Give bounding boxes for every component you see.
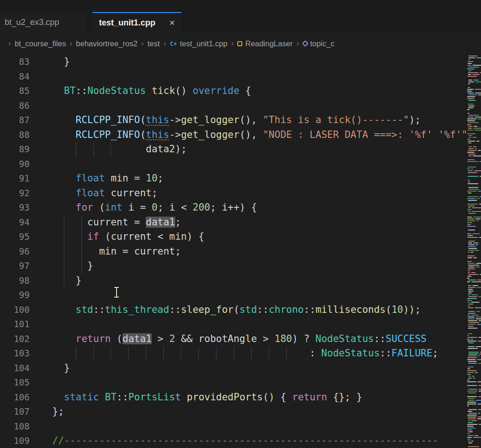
code-text: } (30, 361, 481, 376)
line-number[interactable]: 102 (0, 332, 30, 347)
token-text (52, 114, 76, 125)
line-number[interactable]: 105 (0, 375, 30, 390)
code-editor[interactable]: 83 }8485 BT::NodeStatus tick() override … (0, 55, 481, 448)
breadcrumb-label: behaviortree_ros2 (76, 39, 137, 48)
line-number[interactable]: 94 (0, 215, 30, 230)
token-text: }; (52, 406, 64, 417)
token-text: () (175, 85, 193, 96)
token-text: (current < min) { (99, 231, 204, 242)
token-type: NodeStatus (321, 348, 380, 359)
line-number[interactable]: 95 (0, 230, 30, 244)
breadcrumb: ›bt_course_files›behaviortree_ros2›test›… (0, 32, 481, 55)
line-number[interactable]: 97 (0, 259, 30, 274)
code-line[interactable]: 87 RCLCPP_INFO(this->get_logger(), "This… (0, 113, 481, 128)
line-number[interactable]: 101 (0, 317, 30, 332)
breadcrumb-item-readinglaser[interactable]: ReadingLaser (237, 39, 293, 48)
line-number[interactable]: 83 (0, 55, 30, 69)
token-text (52, 129, 76, 140)
line-number[interactable]: 98 (0, 274, 30, 288)
line-number[interactable]: 93 (0, 200, 30, 215)
code-line[interactable]: 94 current = data1; (0, 215, 481, 230)
token-text: data2); (52, 143, 187, 155)
code-text: current = data1; (30, 215, 481, 230)
code-text: RCLCPP_INFO(this->get_logger(), "NODE : … (30, 128, 481, 143)
code-line[interactable]: 88 RCLCPP_INFO(this->get_logger(), "NODE… (0, 128, 481, 143)
code-text: static BT::PortsList providedPorts() { r… (30, 390, 481, 405)
close-icon[interactable]: × (169, 18, 175, 28)
code-line[interactable]: 101 (0, 317, 481, 332)
indent-guide (128, 346, 129, 361)
code-line[interactable]: 84 (0, 69, 481, 84)
token-text (52, 173, 76, 184)
line-number[interactable]: 96 (0, 244, 30, 259)
tab-bar: bt_u2_ex3.cpp test_unit1.cpp × (0, 0, 481, 32)
breadcrumb-item-behaviortree-ros2[interactable]: behaviortree_ros2 (76, 39, 137, 48)
token-text (52, 187, 76, 199)
breadcrumb-item-test-unit1-cpp[interactable]: C+test_unit1.cpp (170, 39, 227, 48)
code-line[interactable]: 102 return (data1 > 2 && robotAngle > 18… (0, 332, 481, 347)
code-line[interactable]: 97 } (0, 259, 481, 274)
breadcrumb-item-topic-c[interactable]: topic_c (303, 39, 334, 48)
line-number[interactable]: 108 (0, 419, 30, 434)
indent-guide (216, 346, 216, 361)
class-symbol-icon (237, 41, 242, 46)
code-line[interactable]: 83 } (0, 55, 481, 69)
token-keyword: override (193, 85, 240, 96)
code-line[interactable]: 103 : NodeStatus::FAILURE; (0, 346, 481, 361)
line-number[interactable]: 85 (0, 84, 30, 99)
code-line[interactable]: 90 (0, 157, 481, 172)
code-line[interactable]: 95 if (current < min) { (0, 230, 481, 244)
code-line[interactable]: 96 min = current; (0, 244, 481, 259)
line-number[interactable]: 88 (0, 128, 30, 143)
code-line[interactable]: 105 (0, 375, 481, 390)
code-line[interactable]: 93 for (int i = 0; i < 200; i++) { (0, 200, 481, 215)
line-number[interactable]: 109 (0, 434, 30, 448)
line-number[interactable]: 107 (0, 404, 30, 419)
code-line[interactable]: 104 } (0, 361, 481, 376)
code-line[interactable]: 100 std::this_thread::sleep_for(std::chr… (0, 303, 481, 317)
indent-guide (146, 346, 146, 361)
code-line[interactable]: 91 float min = 10; (0, 171, 481, 186)
line-number[interactable]: 87 (0, 113, 30, 128)
token-text: ); (409, 114, 420, 125)
token-text (52, 304, 76, 315)
token-text: } (52, 56, 70, 67)
line-number[interactable]: 104 (0, 361, 30, 376)
code-line[interactable]: 108 (0, 419, 481, 434)
line-number[interactable]: 106 (0, 390, 30, 405)
code-line[interactable]: 109//-----------------------------------… (0, 434, 481, 448)
code-line[interactable]: 107}; (0, 404, 481, 419)
breadcrumb-item-bt-course-files[interactable]: bt_course_files (15, 39, 66, 48)
token-keyword: int (105, 202, 123, 213)
token-number: 2 (169, 333, 175, 344)
token-number: 180 (274, 333, 292, 344)
token-macro: RCLCPP_INFO (76, 114, 140, 125)
code-line[interactable]: 99 (0, 288, 481, 303)
indent-guide (81, 259, 82, 274)
line-number[interactable]: 92 (0, 186, 30, 201)
code-line[interactable]: 106 static BT::PortsList providedPorts()… (0, 390, 481, 405)
tab-test-unit1-cpp[interactable]: test_unit1.cpp × (92, 12, 181, 32)
indent-guide (81, 244, 82, 259)
line-number[interactable]: 91 (0, 171, 30, 186)
line-number[interactable]: 86 (0, 99, 30, 113)
line-number[interactable]: 99 (0, 288, 30, 303)
code-line[interactable]: 86 (0, 99, 481, 113)
minimap[interactable] (466, 55, 481, 448)
token-text: min = (105, 173, 146, 184)
line-number[interactable]: 100 (0, 303, 30, 317)
token-text (52, 85, 64, 96)
code-line[interactable]: 98 } (0, 274, 481, 288)
code-text (30, 317, 481, 332)
code-line[interactable]: 92 float current; (0, 186, 481, 201)
token-text: :: (257, 304, 269, 315)
line-number[interactable]: 90 (0, 157, 30, 172)
line-number[interactable]: 103 (0, 346, 30, 361)
breadcrumb-item-test[interactable]: test (148, 39, 160, 48)
line-number[interactable]: 89 (0, 142, 30, 157)
code-line[interactable]: 85 BT::NodeStatus tick() override { (0, 84, 481, 99)
tab-bt-u2-ex3-cpp[interactable]: bt_u2_ex3.cpp (0, 12, 87, 32)
code-line[interactable]: 89 data2); (0, 142, 481, 157)
line-number[interactable]: 84 (0, 69, 30, 84)
code-text: float current; (30, 186, 481, 201)
